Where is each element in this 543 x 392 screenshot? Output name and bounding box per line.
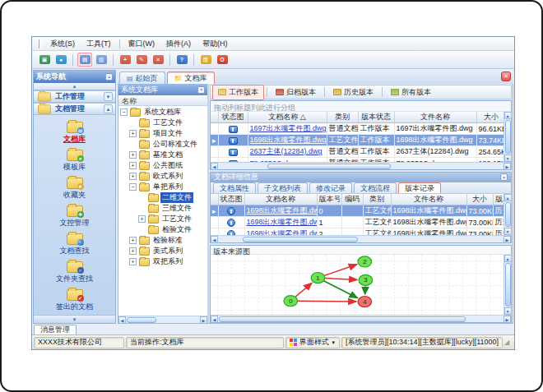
scroll-thumb[interactable] [505, 202, 511, 227]
scroll-down-icon[interactable]: ▼ [504, 307, 512, 315]
scroll-thumb[interactable] [505, 263, 511, 307]
sidebar-item-签出的文档[interactable]: ✔签出的文档 [38, 288, 111, 314]
table2-vertical-scrollbar[interactable]: ▲ ▼ [504, 194, 511, 235]
graph-horizontal-scrollbar[interactable]: ◀ ▶ [211, 315, 511, 322]
tab-文档库[interactable]: 📁文档库 [167, 71, 215, 84]
tree-expander-icon[interactable]: + [129, 151, 137, 159]
document-link[interactable]: 78 2356C.dwg [250, 159, 298, 163]
tree-expander-icon[interactable]: + [138, 215, 146, 223]
menu-item-2[interactable]: 工具(T) [81, 37, 117, 51]
tree-node-双把系列[interactable]: +双把系列 [118, 256, 207, 267]
document-link[interactable]: 1698出水嘴零件图.dwg [250, 136, 327, 144]
tree-node-系统文档库[interactable]: −系统文档库 [118, 107, 207, 118]
tab-message-management[interactable]: 消息管理 [34, 325, 77, 334]
scroll-up-icon[interactable]: ▲ [504, 255, 512, 262]
scroll-up-icon[interactable]: ▲ [504, 194, 512, 201]
lock-button[interactable]: ⚿ [198, 53, 213, 67]
scroll-thumb[interactable] [127, 317, 156, 323]
graph-vertical-scrollbar[interactable]: ▲ ▼ [504, 255, 511, 315]
pin-icon[interactable]: ▪ [197, 86, 205, 94]
tree-node-检验文件[interactable]: 检验文件 [118, 224, 207, 235]
column-header-状态图[interactable]: 状态图 [218, 194, 244, 205]
tab-文档流程[interactable]: 文档流程 [354, 182, 397, 193]
tab-修改记录[interactable]: 修改记录 [309, 182, 352, 193]
table-row[interactable]: ⬆78 2356C.dwg普通文档工作版本78 2356C.dwg182.15K… [211, 158, 504, 163]
column-header-文件名称[interactable]: 文件名称 [391, 194, 466, 205]
close-icon[interactable]: ✕ [501, 71, 511, 81]
tree-expander-icon[interactable]: + [129, 162, 137, 169]
table1-horizontal-scrollbar[interactable]: ◀ ▶ [211, 162, 511, 169]
tab-版本记录[interactable]: 版本记录 [398, 182, 441, 193]
menu-item-3[interactable]: 窗口(W) [123, 37, 161, 51]
sidebar-group-1[interactable]: 工作管理▼ [34, 90, 115, 103]
tree-node-美式系列[interactable]: +美式系列 [118, 246, 207, 256]
scroll-down-icon[interactable]: ▼ [504, 154, 512, 162]
tree-node-工艺文件[interactable]: +工艺文件 [118, 214, 207, 224]
resize-grip-icon[interactable]: ◢ [504, 337, 513, 348]
tree-node-公司标准文件[interactable]: 公司标准文件 [118, 139, 207, 150]
scroll-left-icon[interactable]: ◀ [118, 316, 126, 324]
scroll-thumb[interactable] [267, 164, 391, 169]
sidebar-item-文档库[interactable]: ▤文档库 [38, 120, 111, 146]
sidebar-group-2[interactable]: 文档管理▲ [34, 103, 115, 115]
tree-expander-icon[interactable]: + [129, 247, 137, 255]
tree-expander-icon[interactable]: + [129, 130, 137, 137]
sidebar-item-收藏夹[interactable]: ★收藏夹 [38, 176, 111, 202]
version-node-4[interactable]: 4 [358, 297, 372, 307]
column-header-大小[interactable]: 大小 [466, 194, 493, 205]
version-node-2[interactable]: 2 [358, 256, 372, 267]
sidebar-item-文控管理[interactable]: ✚文控管理 [38, 204, 111, 230]
globe-button[interactable]: ● [53, 53, 68, 67]
tree-expander-icon[interactable]: − [120, 108, 128, 116]
tab-子文档列表[interactable]: 子文档列表 [258, 182, 308, 193]
help-button[interactable]: ? [174, 53, 189, 67]
scroll-right-icon[interactable]: ▶ [504, 316, 511, 323]
document-link[interactable]: 1698出水嘴零件图.dwg [247, 206, 318, 214]
scroll-thumb[interactable] [505, 120, 511, 154]
button-工作版本[interactable]: 工作版本 [212, 85, 264, 100]
button-所有版本[interactable]: 所有版本 [385, 85, 437, 100]
scroll-left-icon[interactable]: ◀ [211, 316, 218, 323]
pin-icon[interactable]: ▪ [500, 173, 508, 181]
menu-item-4[interactable]: 插件(A) [160, 37, 197, 51]
scroll-left-icon[interactable]: ◀ [211, 163, 218, 170]
version-node-1[interactable]: 1 [311, 273, 325, 284]
folder-open-button[interactable]: ▤ [77, 53, 92, 67]
tree-node-三维文件[interactable]: 三维文件 [118, 203, 207, 214]
sidebar-item-模板库[interactable]: ●模板库 [38, 148, 111, 174]
column-header-状态图[interactable]: 状态图 [218, 112, 248, 123]
scroll-right-icon[interactable]: ▶ [200, 316, 207, 324]
scroll-right-icon[interactable]: ▶ [504, 163, 511, 170]
document-link[interactable]: 1697出水嘴零件图.dwg [250, 124, 327, 132]
column-header-文件名称[interactable]: 文件名称 [394, 112, 476, 123]
table-row[interactable]: ▸⬆1698出水嘴零件图.dwg工艺文件工作版本1698出水嘴零件图.dwg73… [211, 135, 504, 146]
folder-view-button[interactable]: ▥ [94, 53, 109, 67]
sidebar-bottom-chevron[interactable]: ▼ [34, 315, 115, 323]
tree-expander-icon[interactable]: + [129, 258, 137, 265]
document-link[interactable]: 1698出水嘴零件图.dwg [247, 218, 318, 226]
tree-node-工艺文件[interactable]: 工艺文件 [118, 118, 207, 128]
column-header-类别[interactable]: 类别 [327, 112, 358, 123]
tab-文档属性[interactable]: 文档属性 [213, 182, 256, 193]
tree-expander-icon[interactable]: + [129, 237, 137, 244]
table-row[interactable]: ▸⬆1698出水嘴零件图.dwg0工艺文件1698出水嘴零件图.dwg73.00… [211, 205, 504, 217]
pin-icon[interactable]: ▪ [105, 73, 113, 81]
tab-起始页[interactable]: ▤起始页 [119, 71, 165, 84]
document-link[interactable]: 1698出水嘴零件图.dwg [247, 229, 318, 235]
column-header-版本状态[interactable]: 版本状态 [358, 112, 394, 123]
version-node-3[interactable]: 3 [359, 274, 373, 285]
chevron-icon[interactable]: ▼ [104, 92, 113, 101]
sidebar-item-文档查找[interactable]: 🔍文档查找 [38, 232, 111, 258]
tree-horizontal-scrollbar[interactable]: ◀ ▶ [118, 316, 207, 323]
button-历史版本[interactable]: 历史版本 [327, 85, 379, 100]
scroll-up-icon[interactable]: ▲ [504, 112, 512, 119]
menu-item-1[interactable]: 系统(S) [44, 37, 81, 51]
table-row[interactable]: ⬆1697出水嘴零件图.dwg普通文档工作版本1697出水嘴零件图.dwg96.… [211, 123, 504, 135]
sidebar-item-文件夹查找[interactable]: ⌕文件夹查找 [38, 260, 111, 286]
version-node-0[interactable]: 0 [284, 296, 298, 307]
menu-item-5[interactable]: 帮助(H) [197, 37, 234, 51]
tree-node-二维文件[interactable]: 二维文件 [118, 192, 207, 203]
scroll-thumb[interactable] [219, 316, 466, 322]
button-归档版本[interactable]: 归档版本 [270, 85, 322, 100]
column-header-文档名称 △[interactable]: 文档名称 △ [248, 112, 327, 123]
